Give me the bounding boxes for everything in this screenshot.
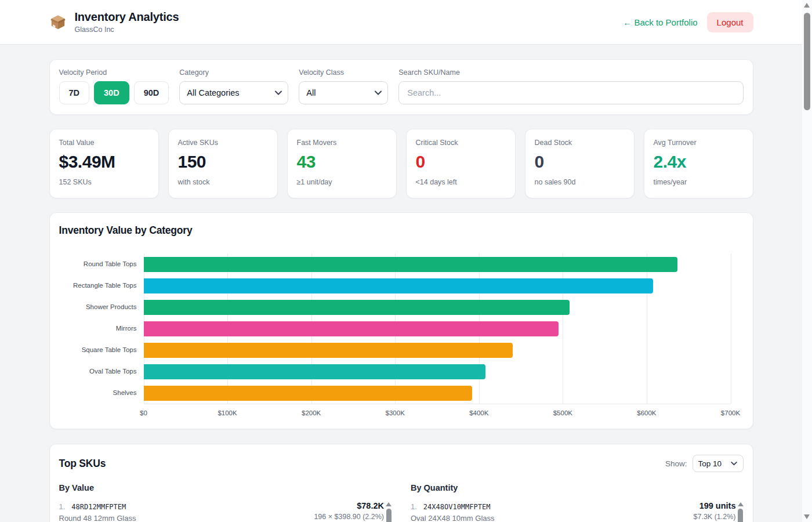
kpi-value: 0 [535,152,625,172]
velocity-class-group: Velocity Class All [299,68,388,104]
period-7d-button[interactable]: 7D [59,81,90,104]
by-quantity-heading: By Quantity [411,483,744,492]
y-axis-label: Rectangle Table Tops [59,275,144,296]
sku-code-row: 1.24X48OV10MMFPTEM [411,501,495,512]
sku-info: 1.48RD12MMFPTEMRound 48 12mm Glass [59,501,136,522]
sku-code-row: 1.48RD12MMFPTEM [59,501,136,512]
category-select[interactable]: All Categories [179,81,288,104]
velocity-period-label: Velocity Period [59,68,169,77]
kpi-label: Active SKUs [178,139,268,147]
velocity-period-group: Velocity Period 7D 30D 90D [59,68,169,104]
by-value-list-scrollbar[interactable] [386,501,392,522]
kpi-value: 150 [178,152,268,172]
chart-bar[interactable] [144,343,513,358]
scroll-down-arrow-icon[interactable] [804,514,810,519]
search-group: Search SKU/Name [398,68,743,104]
y-axis-label: Square Table Tops [59,339,144,361]
chart-bar[interactable] [144,321,559,336]
velocity-period-buttons: 7D 30D 90D [59,81,169,104]
sku-info: 1.24X48OV10MMFPTEMOval 24X48 10mm Glass [411,501,495,522]
kpi-value: 0 [416,152,506,172]
period-30d-button[interactable]: 30D [94,81,129,104]
by-quantity-list: 1.24X48OV10MMFPTEMOval 24X48 10mm Glass1… [411,501,736,522]
kpi-value: 2.4x [654,152,744,172]
sku-value: $78.2K [314,501,384,510]
kpi-card-active-skus: Active SKUs150with stock [168,129,278,198]
sku-detail: $7.3K (1.2%) [694,513,736,521]
app-window: Inventory Analytics GlassCo Inc ← Back t… [0,0,802,522]
search-input[interactable] [398,81,743,104]
chart-bar[interactable] [144,300,570,315]
sku-name: Round 48 12mm Glass [59,514,136,522]
x-tick-label: $300K [386,409,405,416]
inventory-value-chart-card: Inventory Value by Category Round Table … [49,212,753,429]
chart-bar-row [144,318,731,339]
scrollbar-thumb[interactable] [738,509,743,522]
scrollbar-thumb[interactable] [804,13,810,110]
chart-plot-area [144,253,731,404]
chart-title: Inventory Value by Category [59,224,744,237]
show-count-select[interactable]: Top 10 [693,455,744,472]
by-value-list: 1.48RD12MMFPTEMRound 48 12mm Glass$78.2K… [59,501,385,522]
x-tick-label: $400K [469,409,488,416]
period-90d-button[interactable]: 90D [134,81,169,104]
kpi-cards: Total Value$3.49M152 SKUsActive SKUs150w… [49,129,753,198]
scroll-up-arrow-icon[interactable] [386,502,392,506]
chart-bar[interactable] [144,257,678,272]
chart-y-axis-labels: Round Table TopsRectangle Table TopsShow… [59,253,144,404]
velocity-class-select[interactable]: All [299,81,388,104]
x-tick-label: $600K [637,409,656,416]
kpi-label: Dead Stock [535,139,625,147]
kpi-subtitle: ≥1 unit/day [297,178,387,186]
brand: Inventory Analytics GlassCo Inc [49,10,179,34]
kpi-value: $3.49M [59,152,149,172]
sku-list-item: 1.24X48OV10MMFPTEMOval 24X48 10mm Glass1… [411,501,736,522]
kpi-label: Fast Movers [297,139,387,147]
kpi-subtitle: times/year [654,178,744,186]
company-subtitle: GlassCo Inc [75,26,179,34]
back-to-portfolio-link[interactable]: ← Back to Portfolio [623,17,697,27]
kpi-card-total-value: Total Value$3.49M152 SKUs [49,129,159,198]
chart-bar-row [144,253,731,275]
window-scrollbar[interactable] [802,0,812,522]
app-header: Inventory Analytics GlassCo Inc ← Back t… [0,0,802,45]
chart-gridline [731,253,731,404]
page-title: Inventory Analytics [75,10,179,24]
sku-rank: 1. [59,502,66,511]
kpi-subtitle: no sales 90d [535,178,625,186]
kpi-label: Critical Stock [416,139,506,147]
kpi-subtitle: with stock [178,178,268,186]
filter-bar: Velocity Period 7D 30D 90D Category All … [49,59,753,115]
top-skus-card: Top SKUs Show: Top 10 By Value [49,444,753,522]
y-axis-label: Mirrors [59,318,144,339]
by-value-heading: By Value [59,483,392,492]
chart-bar[interactable] [144,364,486,379]
kpi-card-fast-movers: Fast Movers43≥1 unit/day [287,129,397,198]
x-tick-label: $700K [721,409,740,416]
scrollbar-thumb[interactable] [386,509,392,522]
scroll-up-arrow-icon[interactable] [738,502,744,506]
sku-code: 48RD12MMFPTEM [71,503,126,511]
x-tick-label: $100K [217,409,237,416]
x-tick-label: $200K [302,409,321,416]
package-icon [49,13,67,31]
sku-list-item: 1.48RD12MMFPTEMRound 48 12mm Glass$78.2K… [59,501,385,522]
kpi-subtitle: 152 SKUs [59,178,149,186]
top-skus-title: Top SKUs [59,458,106,470]
chart-bar-row [144,275,731,296]
by-quantity-column: By Quantity 1.24X48OV10MMFPTEMOval 24X48… [411,483,744,522]
chart-bar-row [144,361,731,382]
chart-bar[interactable] [144,278,654,293]
logout-button[interactable]: Logout [707,12,753,32]
x-tick-label: $0 [140,409,147,416]
show-label: Show: [665,459,687,468]
kpi-card-critical-stock: Critical Stock0<14 days left [406,129,516,198]
chart-bar-row [144,382,731,404]
category-label: Category [179,68,288,77]
category-group: Category All Categories [179,68,288,104]
sku-code: 24X48OV10MMFPTEM [423,503,491,511]
chart-bar[interactable] [144,386,473,401]
chart-bar-row [144,296,731,318]
scroll-up-arrow-icon[interactable] [804,3,810,8]
by-quantity-list-scrollbar[interactable] [738,501,744,522]
